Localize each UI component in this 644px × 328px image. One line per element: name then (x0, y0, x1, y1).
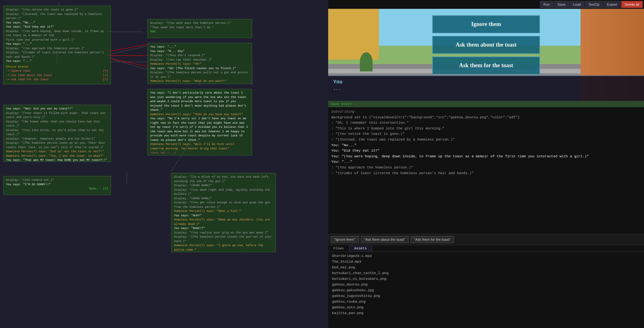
svg-line-11 (109, 44, 147, 51)
asset-item-3[interactable]: butsukari_chan_tachie_l.png (328, 270, 644, 276)
svg-line-13 (109, 58, 147, 67)
run-button[interactable]: Run (540, 1, 553, 8)
dialogue-box: You ... (328, 75, 644, 101)
choice-overlay: Ignore them Ask them about the toast Ask… (432, 15, 540, 75)
asset-item-0[interactable]: Shortbridge29-1.mp3 (328, 253, 644, 259)
save-state-bar[interactable]: Save state (328, 101, 644, 107)
log-line-subscribing: Subscribing (331, 109, 641, 115)
asset-item-2[interactable]: bed_nai.png (328, 265, 644, 270)
flow-node-central[interactable]: You says: "I don't particularly care abo… (147, 89, 252, 155)
log-line-8: You: "..." (331, 159, 641, 165)
assets-list: Shortbridge29-1.mp3 The_Stolid.mp3 bed_n… (328, 252, 644, 328)
asset-item-7[interactable]: gakkou_jugyoushitsu.png (328, 293, 644, 299)
asset-item-5[interactable]: gakkou_dourou.png (328, 282, 644, 287)
script-log: Subscribing Background set to {"visualNo… (328, 107, 644, 234)
log-line-4: : "(Instead, the toast was replaced by a… (331, 137, 641, 143)
asset-item-9[interactable]: gakkou_soto.png (328, 305, 644, 310)
flow-node-ignore[interactable]: Display: "(You walk past the homeless pe… (147, 19, 252, 38)
choice-tab-about[interactable]: "Ask them about the toast" (361, 236, 409, 243)
log-line-bg: Background set to {"visualNovelCtrl":"ba… (331, 115, 641, 121)
flowchart-panel: Display: "(You notice the toast is gone.… (0, 0, 328, 328)
game-viewport: Ignore them Ask them about the toast Ask… (328, 9, 644, 101)
flow-node-1[interactable]: Display: "(You notice the toast is gone.… (3, 6, 111, 84)
log-line-7: You: "(You were hoping, deep down inside… (331, 154, 641, 160)
svg-line-6 (111, 59, 147, 70)
choice-about-button[interactable]: Ask them about the toast (432, 36, 540, 54)
assets-section: Flows Assets Shortbridge29-1.mp3 The_Sto… (328, 245, 644, 328)
textop-button[interactable]: TextOp (585, 1, 603, 8)
choice-ignore-button[interactable]: Ignore them (432, 15, 540, 33)
export-button[interactable]: Export (603, 1, 621, 8)
assets-tabs: Flows Assets (328, 245, 644, 252)
flow-node-beg[interactable]: Display: "(You coward out.)" You says: "… (3, 176, 111, 195)
choice-tab-for[interactable]: "Ask them for the toast" (411, 236, 454, 243)
building-left (328, 9, 379, 60)
flow-node-ask-for[interactable]: You says: "Hey! Did you eat my toast?!" … (3, 105, 111, 162)
dialogue-speaker: You (333, 79, 639, 85)
load-button[interactable]: Load (569, 1, 584, 8)
tree-decoration (360, 52, 373, 71)
svg-line-5 (111, 46, 147, 54)
dialogue-text: ... (333, 86, 639, 91)
choice-for-button[interactable]: Ask them for the toast (432, 56, 540, 75)
asset-item-4[interactable]: butsukari_ni_butsukaru.png (328, 276, 644, 282)
asset-item-10[interactable]: kajitta_pan.png (328, 310, 644, 316)
asset-item-8[interactable]: gakkou_rouka.png (328, 299, 644, 305)
asset-item-6[interactable]: gakkou_gakushoku.jpg (328, 287, 644, 293)
assets-tab[interactable]: Assets (349, 245, 372, 252)
log-line-1: : "Oh, I remember this intersection." (331, 120, 641, 126)
right-panel: Run Save Load TextOp Export Delete all I… (328, 0, 644, 328)
save-button[interactable]: Save (554, 1, 569, 8)
log-line-6: You: "Did they eat it?" (331, 148, 641, 154)
log-line-9: : "(You approach the homeless person.)" (331, 165, 641, 171)
flow-node-run[interactable]: Display: "(In a blink of an eye, you duc… (171, 173, 276, 252)
asset-item-1[interactable]: The_Stolid.mp3 (328, 259, 644, 265)
log-line-10: : "(Crumbs of toast littered the homeles… (331, 171, 641, 176)
log-line-3: : "(You notice the toast is gone.)" (331, 131, 641, 137)
delete-all-button[interactable]: Delete all (621, 1, 643, 8)
flows-tab[interactable]: Flows (328, 245, 349, 252)
toolbar: Run Save Load TextOp Export Delete all (328, 0, 644, 9)
log-line-2: : "This is where I bumped into the girl … (331, 126, 641, 132)
flow-node-ask-about[interactable]: You says: "..." You says: "H... hey" Dis… (147, 43, 252, 84)
choice-tabs: "Ignore them" "Ask them about the toast"… (328, 234, 644, 245)
choice-tab-ignore[interactable]: "Ignore them" (331, 236, 359, 243)
log-line-5: You: "No..." (331, 143, 641, 148)
